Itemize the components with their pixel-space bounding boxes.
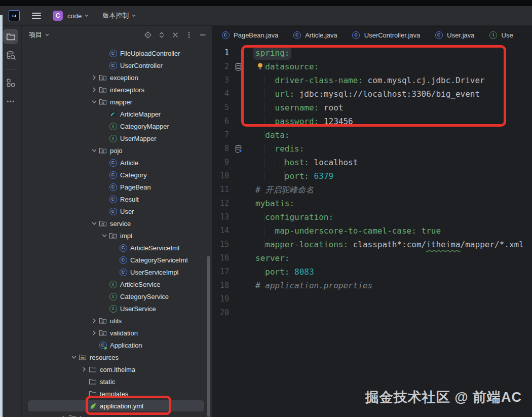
gutter xyxy=(232,224,244,238)
tree-row-templates[interactable]: templates xyxy=(22,388,212,400)
intention-bulb-icon[interactable] xyxy=(257,61,264,74)
tree-row-application-yml[interactable]: application.yml xyxy=(22,400,212,412)
tree-item-label: Application xyxy=(110,342,142,349)
chevron-down-icon[interactable] xyxy=(90,219,98,228)
project-panel-title-dropdown[interactable]: 项目 xyxy=(29,30,50,40)
code-line-15: 15 mapper-locations: classpath*:com/ithe… xyxy=(212,238,532,251)
tree-row-pagebean[interactable]: CPageBean xyxy=(22,181,212,193)
tree-row-exception[interactable]: exception xyxy=(22,71,212,84)
gutter xyxy=(232,156,244,169)
class-icon: C xyxy=(108,207,118,215)
tree-row-impl[interactable]: impl xyxy=(22,230,212,242)
code-line-9: 9 host: localhost xyxy=(212,156,532,169)
tree-row-categoryservice[interactable]: ICategoryService xyxy=(22,290,212,302)
tree-row-utils[interactable]: utils xyxy=(22,315,212,327)
top-black-strip xyxy=(0,0,532,6)
locate-icon[interactable] xyxy=(144,31,152,39)
tree-row-categorymapper[interactable]: ICategoryMapper xyxy=(22,120,212,132)
chevron-right-icon[interactable] xyxy=(90,86,98,94)
class-icon: C xyxy=(292,31,301,39)
kebab-menu-icon[interactable] xyxy=(185,31,193,39)
interface-icon: I xyxy=(108,280,118,288)
project-switcher[interactable]: code xyxy=(67,12,89,20)
tree-row-articlemapper[interactable]: ArticleMapper xyxy=(22,108,212,120)
editor-tab-use[interactable]: IUse xyxy=(482,25,520,45)
tree-row-pojo[interactable]: pojo xyxy=(22,144,212,157)
tree-item-label: CategoryMapper xyxy=(120,123,169,130)
chevron-down-icon[interactable] xyxy=(90,146,98,155)
tree-row-userserviceimpl[interactable]: CUserServiceImpl xyxy=(22,266,212,278)
gutter xyxy=(232,46,244,60)
editor-pane[interactable]: 1spring:2 datasource:3 driver-class-name… xyxy=(212,45,532,417)
editor-tab-user-java[interactable]: CUser.java xyxy=(427,25,481,45)
line-number: 1 xyxy=(212,46,232,60)
tree-row-mapper[interactable]: mapper xyxy=(22,96,212,108)
editor-area: CPageBean.javaCArticle.javaCUserControll… xyxy=(212,25,532,417)
tree-row-result[interactable]: CResult xyxy=(22,193,212,205)
tree-row-category[interactable]: CCategory xyxy=(22,169,212,181)
main-menu-hamburger-icon[interactable] xyxy=(32,13,41,19)
line-number: 12 xyxy=(212,197,232,210)
tree-row-static[interactable]: static xyxy=(22,375,212,388)
folder-icon xyxy=(98,146,107,155)
editor-tab-article-java[interactable]: CArticle.java xyxy=(285,25,345,45)
folder-plain-icon xyxy=(68,414,77,417)
chevron-right-icon[interactable] xyxy=(80,365,88,373)
screen-edge-strip xyxy=(0,15,3,417)
tree-row-userservice[interactable]: IUserService xyxy=(22,302,212,315)
chevron-down-icon[interactable] xyxy=(69,353,78,361)
tree-row-articleserviceiml[interactable]: CArticleServiceIml xyxy=(22,242,212,254)
tree-item-label: utils xyxy=(110,317,122,325)
class-icon: C xyxy=(108,159,118,167)
vcs-widget[interactable]: 版本控制 xyxy=(102,11,136,20)
gutter xyxy=(232,265,244,279)
editor-tab-pagebean-java[interactable]: CPageBean.java xyxy=(214,25,285,45)
tree-item-label: resources xyxy=(90,354,119,361)
tree-row-user[interactable]: CUser xyxy=(22,205,212,217)
project-panel-header: 项目 xyxy=(22,25,212,45)
chevron-right-icon[interactable] xyxy=(90,317,98,325)
tree-row-service[interactable]: service xyxy=(22,217,212,230)
tree-row-article[interactable]: CArticle xyxy=(22,157,212,169)
tree-row-categoryserviceiml[interactable]: CCategoryServiceIml xyxy=(22,254,212,266)
hide-panel-icon[interactable] xyxy=(199,31,207,39)
tree-row-usermapper[interactable]: IUserMapper xyxy=(22,132,212,144)
line-number: 11 xyxy=(212,183,232,197)
title-bar: IJ C code 版本控制 xyxy=(0,6,532,26)
chevron-right-icon[interactable] xyxy=(90,73,98,82)
code-line-20: 20 xyxy=(212,306,532,320)
class-icon: C xyxy=(108,171,118,179)
database-icon[interactable] xyxy=(232,60,244,73)
chevron-down-icon xyxy=(84,12,89,20)
tree-row-articleservice[interactable]: IArticleService xyxy=(22,278,212,290)
tree-row-application[interactable]: CApplication xyxy=(22,339,212,351)
line-number: 13 xyxy=(212,210,232,224)
expand-collapse-icon[interactable] xyxy=(158,31,166,39)
tree-row-t[interactable]: t xyxy=(22,412,212,417)
tree-row-fileuploadcontroller[interactable]: CFileUploadController xyxy=(22,47,212,59)
class-icon: C xyxy=(352,31,361,39)
chevron-down-icon[interactable] xyxy=(90,98,98,106)
project-folder-icon[interactable] xyxy=(3,29,18,44)
structure-icon[interactable] xyxy=(3,75,18,90)
tree-scrollbar-thumb[interactable] xyxy=(207,256,210,417)
chevron-right-icon[interactable] xyxy=(90,329,98,337)
tree-row-com-itheima[interactable]: com.itheima xyxy=(22,363,212,375)
editor-tab-usercontroller-java[interactable]: CUserController.java xyxy=(345,25,428,45)
gutter xyxy=(232,87,244,101)
project-tool-window: 项目 CFileUploadControllerCUserControllere… xyxy=(22,25,212,417)
tree-row-usercontroller[interactable]: CUserController xyxy=(22,59,212,71)
tree-row-resources[interactable]: resources xyxy=(22,351,212,363)
intellij-logo-icon: IJ xyxy=(9,10,20,21)
line-number: 17 xyxy=(212,265,232,279)
more-icon[interactable] xyxy=(3,94,18,109)
database-search-icon[interactable] xyxy=(3,48,18,63)
project-panel-toolbar xyxy=(144,31,207,39)
chevron-down-icon[interactable] xyxy=(100,232,108,240)
code-line-14: 14 map-underscore-to-camel-case: true xyxy=(212,224,532,238)
database-plus-icon[interactable] xyxy=(232,142,244,156)
tree-row-interceptors[interactable]: interceptors xyxy=(22,84,212,96)
tree-row-validation[interactable]: validation xyxy=(22,327,212,339)
collapse-all-icon[interactable] xyxy=(171,31,179,39)
chevron-right-icon[interactable] xyxy=(59,414,68,417)
